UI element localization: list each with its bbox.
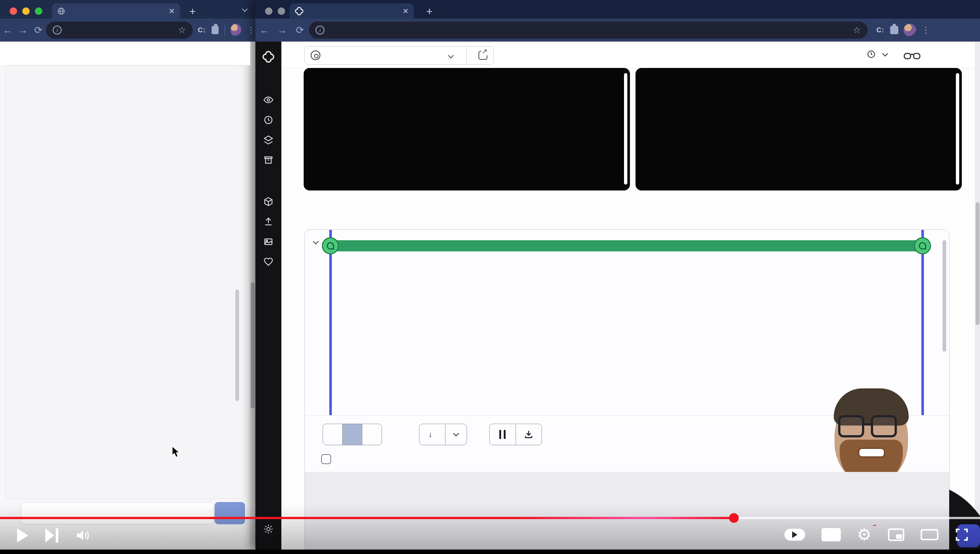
timeline-scrollbar[interactable] <box>942 240 946 352</box>
left-browser-window: ✕ + ← → ⟳ i ☆ C: ⋮ <box>0 0 255 549</box>
profile-avatar[interactable] <box>904 24 916 37</box>
reload-icon[interactable]: ⟳ <box>291 24 309 36</box>
workflows-eye-icon[interactable] <box>264 95 273 105</box>
code-panel-conversation-state[interactable] <box>635 68 962 191</box>
video-controls: ⚙ <box>0 521 980 549</box>
site-info-icon[interactable]: i <box>315 25 325 35</box>
view-mode-compact[interactable] <box>342 424 362 445</box>
import-upload-icon[interactable] <box>264 217 273 226</box>
workflow-end-marker[interactable] <box>914 237 931 254</box>
theater-mode-icon[interactable] <box>921 529 939 540</box>
temporal-sidebar <box>255 41 282 549</box>
chat-message-list[interactable] <box>5 65 245 499</box>
extension-icon[interactable]: C: <box>877 26 884 34</box>
timeline-end-line <box>921 230 924 415</box>
arrow-down-icon: ↓ <box>428 430 433 439</box>
toolbar-divider <box>224 25 225 35</box>
address-bar[interactable]: i ☆ <box>46 22 192 38</box>
download-history-button[interactable] <box>515 424 542 445</box>
left-toolbar: ← → ⟳ i ☆ C: ⋮ <box>0 19 255 41</box>
workflow-start-marker[interactable] <box>322 237 339 254</box>
namespace-icon <box>311 51 320 60</box>
timeline-chart[interactable] <box>305 230 949 416</box>
view-mode-json[interactable] <box>362 424 382 445</box>
next-icon[interactable] <box>45 529 58 543</box>
close-tab-icon[interactable]: ✕ <box>402 7 409 16</box>
tab-temporal-ai-agent[interactable]: ✕ <box>52 3 180 19</box>
code-panel-tools-prompt[interactable] <box>304 68 630 191</box>
zoom-window-button[interactable] <box>35 8 42 15</box>
back-icon[interactable]: ← <box>255 24 273 36</box>
namespace-select[interactable] <box>304 46 494 65</box>
workflow-execution-bar[interactable] <box>330 240 924 252</box>
play-icon[interactable] <box>17 529 28 543</box>
video-progress-bar[interactable] <box>0 517 980 519</box>
labs-glasses-icon[interactable] <box>904 51 921 62</box>
forward-icon[interactable]: → <box>273 24 291 36</box>
miniplayer-icon[interactable] <box>888 529 904 541</box>
extensions-puzzle-icon[interactable] <box>890 26 898 34</box>
reload-icon[interactable]: ⟳ <box>31 24 46 36</box>
left-tab-strip: ✕ + <box>0 0 255 19</box>
page-scrollbar-thumb[interactable] <box>975 202 980 325</box>
right-toolbar: ← → ⟳ i ☆ C: ⋮ <box>255 19 980 41</box>
settings-gear-icon[interactable]: ⚙ <box>857 527 872 543</box>
close-window-button[interactable] <box>265 8 272 15</box>
address-bar[interactable]: i ☆ <box>309 22 867 38</box>
tab-workflow-history[interactable]: ✕ <box>290 3 414 19</box>
site-info-icon[interactable]: i <box>53 25 62 35</box>
browser-menu-icon[interactable]: ⋮ <box>247 25 255 35</box>
open-namespace-icon[interactable] <box>479 51 487 60</box>
minimize-window-button[interactable] <box>22 8 30 15</box>
clock-icon <box>867 50 876 59</box>
video-player: ✕ + ← → ⟳ i ☆ C: ⋮ <box>0 0 980 554</box>
codec-cube-icon[interactable] <box>264 197 273 207</box>
stack-layers-icon[interactable] <box>264 135 273 145</box>
sort-options-chevron[interactable] <box>445 424 467 445</box>
bookmark-star-icon[interactable]: ☆ <box>178 25 186 35</box>
browser-menu-icon[interactable]: ⋮ <box>921 25 930 35</box>
extensions-puzzle-icon[interactable] <box>212 26 219 34</box>
volume-icon[interactable] <box>75 529 90 542</box>
profile-avatar[interactable] <box>231 24 241 37</box>
collapse-timeline-chevron-icon[interactable] <box>313 239 319 245</box>
history-filter-bar: ↓ <box>305 419 949 451</box>
back-icon[interactable]: ← <box>0 24 15 36</box>
sort-order-button[interactable]: ↓ <box>419 423 467 445</box>
namespace-bar <box>282 41 980 68</box>
globe-favicon <box>57 7 65 15</box>
autoplay-toggle[interactable] <box>784 529 805 541</box>
archive-box-icon[interactable] <box>264 155 273 165</box>
schedules-clock-icon[interactable] <box>264 115 273 125</box>
temporal-logo-icon[interactable] <box>262 51 275 63</box>
image-icon[interactable] <box>264 237 273 247</box>
window-controls[interactable] <box>10 8 42 15</box>
chat-scrollbar[interactable] <box>235 290 239 401</box>
timeline-start-line <box>329 230 332 415</box>
timezone-select[interactable] <box>867 50 887 59</box>
right-tab-strip: ✕ + <box>255 0 980 19</box>
pending-failed-filter[interactable] <box>321 454 338 464</box>
new-tab-button[interactable]: + <box>426 5 433 18</box>
right-browser-window: ✕ + ← → ⟳ i ☆ C: ⋮ <box>255 0 980 549</box>
close-window-button[interactable] <box>10 8 17 15</box>
tab-search-chevron[interactable] <box>241 6 250 14</box>
checkbox-unchecked[interactable] <box>321 454 331 464</box>
forward-icon[interactable]: → <box>15 24 30 36</box>
captions-button[interactable] <box>821 528 841 541</box>
feedback-heart-icon[interactable] <box>264 257 273 267</box>
pause-updates-button[interactable] <box>490 424 515 445</box>
new-tab-button[interactable]: + <box>189 5 196 18</box>
extension-icon[interactable]: C: <box>198 26 206 34</box>
minimize-window-button[interactable] <box>278 8 285 15</box>
code-scrollbar[interactable] <box>624 73 627 185</box>
view-mode-segmented-control[interactable] <box>323 423 382 445</box>
mouse-cursor <box>172 446 182 458</box>
fullscreen-icon[interactable] <box>955 528 969 542</box>
view-mode-all[interactable] <box>323 424 342 445</box>
code-scrollbar[interactable] <box>956 73 959 185</box>
chat-header <box>0 41 250 65</box>
page-scrollbar-thumb[interactable] <box>251 282 255 408</box>
bookmark-star-icon[interactable]: ☆ <box>853 25 861 35</box>
close-tab-icon[interactable]: ✕ <box>169 7 175 16</box>
